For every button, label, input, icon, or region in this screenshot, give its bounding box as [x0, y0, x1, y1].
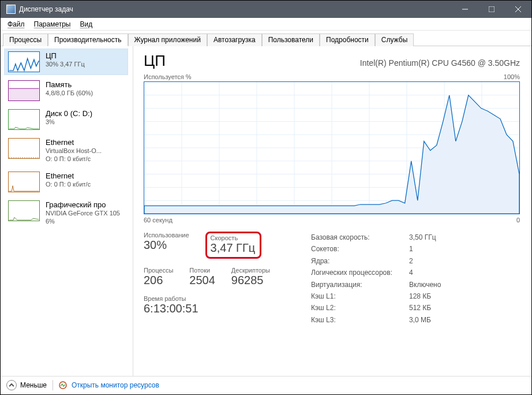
sidebar-disk-title: Диск 0 (C: D:): [46, 109, 92, 118]
l1-key: Кэш L1:: [311, 290, 409, 302]
cpu-usage-chart: [144, 81, 520, 214]
menu-view[interactable]: Вид: [80, 20, 92, 28]
gpu-thumb-icon: [8, 200, 40, 221]
ethernet-thumb-icon: [8, 138, 40, 159]
chart-y-max: 100%: [504, 73, 520, 80]
sockets-val: 1: [409, 243, 413, 255]
usage-value: 30%: [144, 239, 189, 252]
virt-val: Включено: [409, 279, 441, 290]
cores-val: 2: [409, 255, 413, 267]
cores-key: Ядра:: [311, 255, 409, 267]
monitor-icon: [59, 381, 67, 389]
separator: [53, 380, 53, 390]
sidebar-gpu-sub: NVIDIA GeForce GTX 105: [46, 210, 120, 218]
tab-apphistory[interactable]: Журнал приложений: [128, 33, 207, 46]
handles-label: Дескрипторы: [231, 267, 270, 274]
tab-startup[interactable]: Автозагрузка: [207, 33, 262, 46]
sidebar-gpu-title: Графический про: [46, 200, 120, 210]
l3-val: 3,0 МБ: [409, 314, 431, 326]
sidebar-eth2-sub: О: 0 П: 0 кбит/с: [46, 181, 91, 189]
chart-y-label: Используется %: [144, 73, 192, 80]
sidebar-item-disk[interactable]: Диск 0 (C: D:) 3%: [4, 106, 128, 133]
uptime-label: Время работы: [144, 295, 198, 302]
sidebar-item-memory[interactable]: Память 4,8/8,0 ГБ (60%): [4, 77, 128, 104]
svg-rect-1: [489, 6, 494, 12]
maximize-button[interactable]: [478, 1, 505, 18]
basespeed-val: 3,50 ГГц: [409, 232, 436, 243]
sidebar-gpu-sub2: 6%: [46, 218, 120, 226]
sidebar-eth2-title: Ethernet: [46, 172, 91, 181]
processes-value: 206: [144, 274, 173, 287]
tab-details[interactable]: Подробности: [320, 33, 375, 46]
menubar: Файл Параметры Вид: [1, 18, 531, 31]
sidebar-disk-sub: 3%: [46, 118, 92, 126]
memory-thumb-icon: [8, 80, 40, 101]
sidebar-cpu-title: ЦП: [46, 51, 85, 61]
speed-value: 3,47 ГГц: [211, 241, 256, 255]
tab-processes[interactable]: Процессы: [3, 33, 48, 46]
app-icon: [6, 5, 16, 14]
speed-highlight: Скорость 3,47 ГГц: [205, 232, 262, 259]
tab-performance[interactable]: Производительность: [48, 33, 128, 46]
minimize-button[interactable]: [452, 1, 478, 18]
chart-x-left: 60 секунд: [144, 217, 173, 223]
menu-file[interactable]: Файл: [8, 20, 25, 28]
sidebar-item-ethernet-2[interactable]: Ethernet О: 0 П: 0 кбит/с: [4, 169, 128, 195]
cpu-thumb-icon: [8, 51, 40, 72]
sidebar-eth1-sub2: О: 0 П: 0 кбит/с: [46, 155, 102, 163]
window-title: Диспетчер задач: [19, 5, 452, 13]
cpu-model: Intel(R) Pentium(R) CPU G4560 @ 3.50GHz: [360, 58, 520, 68]
sockets-key: Сокетов:: [311, 243, 409, 255]
sidebar-mem-title: Память: [46, 80, 93, 90]
close-button[interactable]: [505, 1, 531, 18]
uptime-value: 6:13:00:51: [144, 302, 198, 315]
sidebar-eth1-title: Ethernet: [46, 138, 102, 147]
l2-val: 512 КБ: [409, 302, 431, 314]
open-resource-monitor-link[interactable]: Открыть монитор ресурсов: [72, 381, 159, 389]
main-panel: ЦП Intel(R) Pentium(R) CPU G4560 @ 3.50G…: [133, 46, 531, 376]
sidebar-item-gpu[interactable]: Графический про NVIDIA GeForce GTX 105 6…: [4, 198, 128, 229]
sidebar: ЦП 30% 3,47 ГГц Память 4,8/8,0 ГБ (60%) …: [1, 46, 133, 376]
threads-label: Потоки: [189, 267, 215, 274]
disk-thumb-icon: [8, 109, 40, 130]
threads-value: 2504: [189, 274, 215, 287]
menu-options[interactable]: Параметры: [34, 20, 71, 28]
logical-key: Логических процессоров:: [311, 267, 409, 278]
l1-val: 128 КБ: [409, 290, 431, 302]
svg-rect-4: [9, 88, 39, 100]
ethernet-thumb-icon: [8, 172, 40, 192]
chart-x-right: 0: [516, 217, 520, 223]
page-title: ЦП: [144, 52, 166, 70]
tab-users[interactable]: Пользователи: [262, 33, 320, 46]
footer: Меньше Открыть монитор ресурсов: [1, 376, 531, 393]
less-button[interactable]: Меньше: [20, 381, 47, 389]
virt-key: Виртуализация:: [311, 279, 409, 290]
usage-label: Использование: [144, 232, 189, 239]
basespeed-key: Базовая скорость:: [311, 232, 409, 243]
l3-key: Кэш L3:: [311, 314, 409, 326]
processes-label: Процессы: [144, 267, 173, 274]
tabbar: Процессы Производительность Журнал прило…: [1, 31, 531, 46]
sidebar-item-cpu[interactable]: ЦП 30% 3,47 ГГц: [4, 49, 128, 75]
logical-val: 4: [409, 267, 413, 278]
collapse-icon[interactable]: [6, 380, 17, 390]
sidebar-cpu-sub: 30% 3,47 ГГц: [46, 61, 85, 69]
handles-value: 96285: [231, 274, 270, 287]
sidebar-mem-sub: 4,8/8,0 ГБ (60%): [46, 90, 93, 98]
tab-services[interactable]: Службы: [375, 33, 414, 46]
l2-key: Кэш L2:: [311, 302, 409, 314]
titlebar[interactable]: Диспетчер задач: [1, 1, 531, 18]
sidebar-item-ethernet-1[interactable]: Ethernet VirtualBox Host-O... О: 0 П: 0 …: [4, 135, 128, 166]
speed-label: Скорость: [211, 234, 256, 241]
sidebar-eth1-sub: VirtualBox Host-O...: [46, 147, 102, 155]
